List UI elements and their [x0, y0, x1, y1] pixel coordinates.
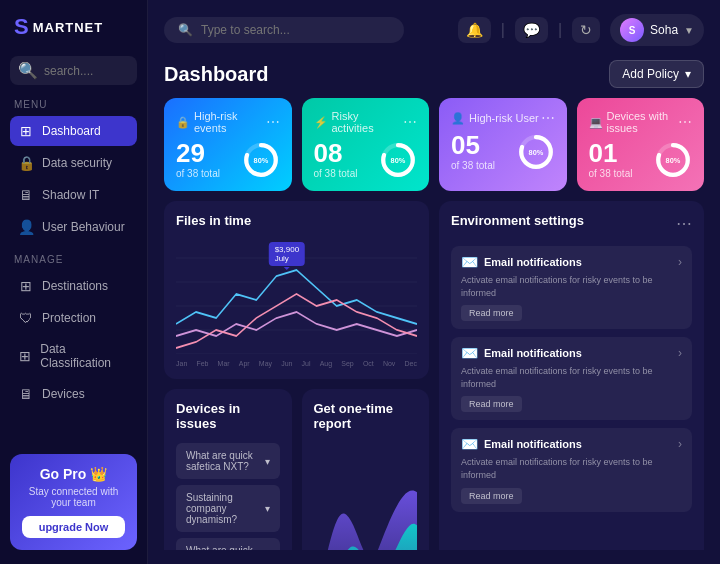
notification-item-0: ✉️ Email notifications › Activate email … [451, 246, 692, 329]
main-search[interactable]: 🔍 [164, 17, 404, 43]
sidebar-item-protection[interactable]: 🛡 Protection [10, 303, 137, 333]
dropdown-label: What are quick safetica NXT? [186, 450, 265, 472]
avatar: S [620, 18, 644, 42]
header: 🔍 🔔 | 💬 | ↻ S Soha ▼ [164, 14, 704, 46]
user-avatar-area[interactable]: S Soha ▼ [610, 14, 704, 46]
stat-card-label: 👤 High-risk User [451, 112, 539, 125]
divider: | [501, 21, 505, 39]
notification-item-2: ✉️ Email notifications › Activate email … [451, 428, 692, 511]
dropdown-label: What are quick safetica NXT? [186, 545, 265, 550]
more-options-icon[interactable]: ⋯ [266, 114, 280, 130]
email-icon: ✉️ [461, 436, 478, 452]
activity-icon: ⚡ [314, 116, 328, 129]
env-settings-header: Environment settings ⋯ [451, 213, 692, 234]
notif-desc: Activate email notifications for risky e… [461, 456, 682, 481]
chevron-down-icon: ▾ [265, 456, 270, 467]
chart-tooltip: $3,900 July [269, 242, 305, 266]
monitor-icon: 🖥 [18, 187, 34, 203]
email-icon: ✉️ [461, 254, 478, 270]
stat-number: 29 [176, 140, 220, 166]
chevron-down-icon: ▼ [684, 25, 694, 36]
search-icon: 🔍 [178, 23, 193, 37]
crown-icon: 👑 [90, 466, 107, 482]
device-icon: 💻 [589, 116, 603, 129]
files-in-time-card: Files in time $3,900 July [164, 201, 429, 379]
lock-icon: 🔒 [18, 155, 34, 171]
read-more-button[interactable]: Read more [461, 305, 522, 321]
sidebar-item-label: Protection [42, 311, 96, 325]
donut-chart: 80% [379, 141, 417, 179]
files-chart-area: $3,900 July [176, 234, 417, 367]
notif-title: Email notifications [484, 347, 582, 359]
stat-card-high-risk-events[interactable]: 🔒 High-risk events ⋯ 29 of 38 total 80% [164, 98, 292, 191]
upgrade-button[interactable]: upgrade Now [22, 516, 125, 538]
devices-in-issues-card: Devices in issues What are quick safetic… [164, 389, 292, 550]
stat-card-high-risk-user[interactable]: 👤 High-risk User ⋯ 05 of 38 total 80% [439, 98, 567, 191]
header-icons: 🔔 | 💬 | ↻ S Soha ▼ [458, 14, 704, 46]
search-input[interactable] [44, 64, 124, 78]
notification-button[interactable]: 🔔 [458, 17, 491, 43]
email-icon: ✉️ [461, 345, 478, 361]
get-report-card: Get one-time report [302, 389, 430, 550]
chevron-right-icon[interactable]: › [678, 255, 682, 269]
stat-card-risky-activities[interactable]: ⚡ Risky activities ⋯ 08 of 38 total 80% [302, 98, 430, 191]
sidebar-item-devices[interactable]: 🖥 Devices [10, 379, 137, 409]
read-more-button[interactable]: Read more [461, 488, 522, 504]
sidebar-item-label: Devices [42, 387, 85, 401]
sidebar: S MARTNET 🔍 Menu ⊞ Dashboard 🔒 Data secu… [0, 0, 148, 564]
donut-chart: 80% [242, 141, 280, 179]
devices-icon: 🖥 [18, 386, 34, 402]
stat-number: 01 [589, 140, 633, 166]
sidebar-item-data-classification[interactable]: ⊞ Data Classification [10, 335, 137, 377]
chat-button[interactable]: 💬 [515, 17, 548, 43]
dropdown-label: Sustaining company dynamism? [186, 492, 265, 525]
donut-chart: 80% [517, 133, 555, 171]
add-policy-button[interactable]: Add Policy ▾ [609, 60, 704, 88]
sidebar-item-label: User Behaviour [42, 220, 125, 234]
user-name: Soha [650, 23, 678, 37]
dropdown-row-2[interactable]: What are quick safetica NXT? ▾ [176, 538, 280, 550]
sidebar-item-dashboard[interactable]: ⊞ Dashboard [10, 116, 137, 146]
user-icon: 👤 [451, 112, 465, 125]
dropdown-row-0[interactable]: What are quick safetica NXT? ▾ [176, 443, 280, 479]
stat-cards-grid: 🔒 High-risk events ⋯ 29 of 38 total 80% [164, 98, 704, 191]
dashboard-title-row: Dashboard Add Policy ▾ [164, 60, 704, 88]
menu-section-label: Menu [10, 99, 137, 110]
sidebar-item-destinations[interactable]: ⊞ Destinations [10, 271, 137, 301]
sidebar-item-label: Data Classification [40, 342, 129, 370]
chevron-down-icon: ▾ [685, 67, 691, 81]
more-options-icon[interactable]: ⋯ [541, 110, 555, 126]
more-options-icon[interactable]: ⋯ [678, 114, 692, 130]
stat-card-label: 💻 Devices with issues [589, 110, 679, 134]
main-nav: ⊞ Dashboard 🔒 Data security 🖥 Shadow IT … [10, 116, 137, 244]
logo-letter: S [14, 14, 29, 40]
report-svg: 21 22 23 24 25 26 27 [314, 437, 418, 550]
stat-number: 05 [451, 132, 495, 158]
destinations-icon: ⊞ [18, 278, 34, 294]
env-settings-card: Environment settings ⋯ ✉️ Email notifica… [439, 201, 704, 550]
env-settings-title: Environment settings [451, 213, 584, 228]
classification-icon: ⊞ [18, 348, 32, 364]
page-title: Dashboard [164, 63, 268, 86]
read-more-button[interactable]: Read more [461, 396, 522, 412]
sidebar-item-label: Shadow IT [42, 188, 99, 202]
stat-card-devices-issues[interactable]: 💻 Devices with issues ⋯ 01 of 38 total 8… [577, 98, 705, 191]
sidebar-item-data-security[interactable]: 🔒 Data security [10, 148, 137, 178]
svg-text:80%: 80% [666, 156, 681, 165]
report-chart-area: 21 22 23 24 25 26 27 [314, 437, 418, 550]
refresh-button[interactable]: ↻ [572, 17, 600, 43]
sidebar-item-label: Destinations [42, 279, 108, 293]
chevron-right-icon[interactable]: › [678, 437, 682, 451]
sidebar-search[interactable]: 🔍 [10, 56, 137, 85]
more-options-icon[interactable]: ⋯ [403, 114, 417, 130]
sidebar-item-user-behaviour[interactable]: 👤 User Behaviour [10, 212, 137, 242]
notif-title: Email notifications [484, 438, 582, 450]
more-options-icon[interactable]: ⋯ [676, 214, 692, 233]
dropdown-row-1[interactable]: Sustaining company dynamism? ▾ [176, 485, 280, 532]
sidebar-item-label: Data security [42, 156, 112, 170]
stat-number: 08 [314, 140, 358, 166]
main-search-input[interactable] [201, 23, 361, 37]
sidebar-item-shadow-it[interactable]: 🖥 Shadow IT [10, 180, 137, 210]
chevron-right-icon[interactable]: › [678, 346, 682, 360]
notif-desc: Activate email notifications for risky e… [461, 274, 682, 299]
